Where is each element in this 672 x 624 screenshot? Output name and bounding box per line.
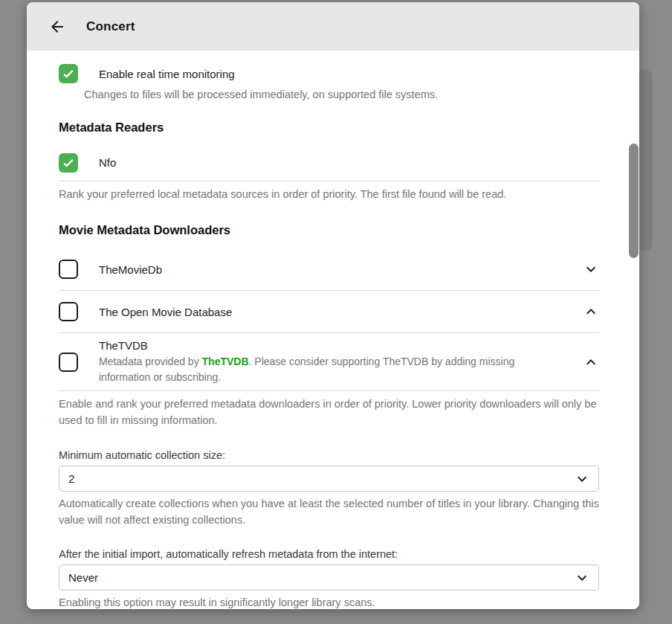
auto-refresh-value: Never	[68, 571, 573, 584]
collection-size-description: Automatically create collections when yo…	[59, 496, 599, 528]
divider	[59, 181, 599, 181]
dialog-title: Concert	[86, 19, 135, 34]
realtime-monitoring-row: Enable real time monitoring	[59, 64, 599, 83]
movie-downloaders-list: TheMovieDb The Open Movie Database	[59, 248, 599, 391]
downloader-row-themoviedb: TheMovieDb	[59, 248, 599, 291]
downloader-row-thetvdb: TheTVDB Metadata provided by TheTVDB. Pl…	[59, 333, 599, 391]
thetvdb-collapse-button[interactable]	[578, 350, 604, 375]
thetvdb-checkbox[interactable]	[59, 353, 78, 372]
thetvdb-link[interactable]: TheTVDB	[202, 356, 249, 367]
collection-size-label: Minimum automatic collection size:	[59, 449, 599, 461]
themoviedb-expand-button[interactable]	[578, 257, 604, 282]
auto-refresh-label: After the initial import, automatically …	[59, 548, 599, 560]
realtime-monitoring-label: Enable real time monitoring	[99, 68, 235, 80]
omdb-label: The Open Movie Database	[99, 306, 578, 318]
realtime-monitoring-description: Changes to files will be processed immed…	[84, 87, 599, 103]
omdb-collapse-button[interactable]	[578, 299, 604, 324]
library-settings-dialog: Concert Enable real time monitoring Chan…	[27, 2, 639, 609]
auto-refresh-description: Enabling this option may result in signi…	[59, 595, 599, 609]
movie-downloaders-title: Movie Metadata Downloaders	[59, 223, 599, 237]
movie-downloaders-description: Enable and rank your preferred metadata …	[59, 396, 599, 428]
themoviedb-label: TheMovieDb	[99, 263, 578, 276]
chevron-down-icon	[573, 470, 591, 488]
chevron-down-icon	[582, 260, 600, 278]
chevron-up-icon	[582, 353, 600, 371]
omdb-checkbox[interactable]	[59, 302, 78, 321]
thetvdb-description: Metadata provided by TheTVDB. Please con…	[99, 354, 578, 385]
downloader-row-text: The Open Movie Database	[99, 306, 578, 318]
collection-size-value: 2	[68, 472, 573, 485]
realtime-monitoring-checkbox[interactable]	[59, 64, 78, 83]
downloader-row-text: TheMovieDb	[99, 263, 578, 276]
metadata-readers-description: Rank your preferred local metadata sourc…	[59, 187, 599, 203]
check-icon	[61, 155, 76, 170]
back-button[interactable]	[44, 13, 71, 40]
downloader-row-omdb: The Open Movie Database	[59, 291, 599, 333]
chevron-up-icon	[582, 303, 600, 321]
scrollbar-thumb[interactable]	[629, 144, 639, 258]
themoviedb-checkbox[interactable]	[59, 260, 78, 279]
nfo-reader-row: Nfo	[59, 153, 599, 173]
thetvdb-label: TheTVDB	[99, 339, 578, 352]
arrow-back-icon	[48, 18, 66, 36]
chevron-down-icon	[573, 569, 591, 587]
thetvdb-description-prefix: Metadata provided by	[99, 356, 202, 367]
dialog-header: Concert	[27, 2, 639, 51]
dialog-content: Enable real time monitoring Changes to f…	[27, 51, 639, 609]
downloader-row-text: TheTVDB Metadata provided by TheTVDB. Pl…	[99, 339, 578, 385]
nfo-checkbox[interactable]	[59, 153, 78, 173]
metadata-readers-title: Metadata Readers	[59, 120, 599, 135]
auto-refresh-select[interactable]: Never	[59, 565, 599, 591]
check-icon	[61, 66, 76, 81]
collection-size-select[interactable]: 2	[59, 466, 599, 492]
nfo-label: Nfo	[99, 156, 116, 169]
